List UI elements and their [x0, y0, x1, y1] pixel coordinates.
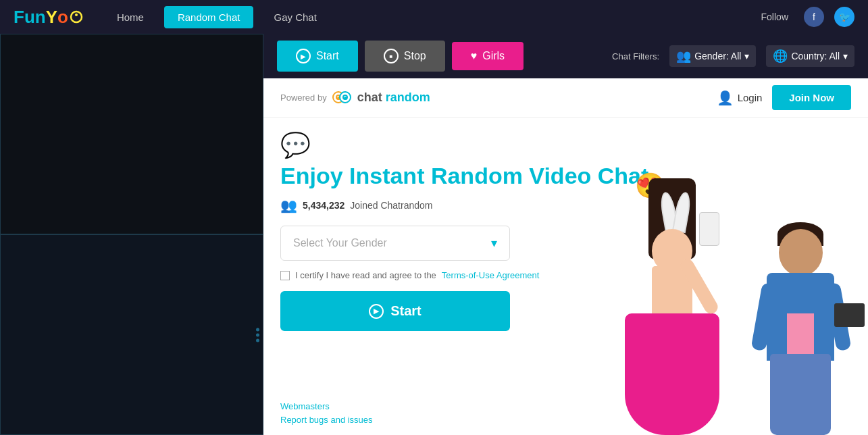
- random-part: random: [386, 91, 430, 105]
- video-top: [0, 34, 263, 234]
- start-main-button[interactable]: ▶ Start: [280, 291, 510, 331]
- site-logo: FunYo: [14, 7, 83, 28]
- gender-filter[interactable]: 👥 Gender: All ▾: [669, 45, 756, 67]
- hero-content: 💬 Enjoy Instant Random Video Chat 👥 5,43…: [263, 118, 868, 435]
- facebook-icon: f: [813, 11, 815, 22]
- join-now-button[interactable]: Join Now: [772, 85, 851, 110]
- man-figure: [746, 178, 854, 435]
- video-dots: [256, 328, 259, 342]
- stop-label: Stop: [404, 50, 426, 62]
- chatrandom-bar: Powered by chatrandom 👤 Log: [263, 78, 868, 118]
- users-icon: 👥: [280, 197, 297, 213]
- nav-random-chat[interactable]: Random Chat: [164, 6, 254, 28]
- video-bottom: [0, 234, 263, 435]
- login-button[interactable]: 👤 Login: [717, 90, 763, 106]
- globe-icon: 🌐: [773, 49, 788, 63]
- logo-fun: Fun: [14, 7, 46, 28]
- gender-icon: 👥: [676, 49, 691, 63]
- start-main-play-icon: ▶: [369, 304, 384, 319]
- chatrandom-brand: chatrandom: [357, 91, 430, 105]
- webmasters-link[interactable]: Webmasters: [280, 401, 373, 411]
- user-circle-icon: 👤: [717, 90, 734, 106]
- girls-button[interactable]: ♥ Girls: [452, 42, 524, 70]
- country-chevron-icon: ▾: [843, 51, 848, 61]
- action-bar: ▶ Start ■ Stop ♥ Girls Chat Filters: 👥 G…: [263, 34, 868, 78]
- video-panel: [0, 34, 263, 435]
- video-dot-3: [256, 338, 259, 342]
- gender-select-placeholder: Select Your Gender: [293, 237, 387, 249]
- gender-dropdown-chevron-icon: ▾: [491, 236, 497, 251]
- start-main-label: Start: [390, 303, 422, 319]
- right-panel: ▶ Start ■ Stop ♥ Girls Chat Filters: 👥 G…: [263, 34, 868, 435]
- terms-link[interactable]: Terms-of-Use Agreement: [442, 270, 540, 280]
- twitter-button[interactable]: 🐦: [834, 7, 854, 27]
- gender-filter-label: Gender: All: [694, 51, 741, 61]
- svg-point-0: [71, 11, 82, 22]
- logo-icon: [70, 10, 83, 24]
- top-navigation: FunYo Home Random Chat Gay Chat Follow f…: [0, 0, 868, 34]
- user-count-number: 5,434,232: [303, 200, 344, 211]
- gender-select-dropdown[interactable]: Select Your Gender ▾: [280, 226, 510, 261]
- facebook-button[interactable]: f: [804, 7, 824, 27]
- terms-text: I certify I have read and agree to the: [295, 270, 436, 280]
- twitter-icon: 🐦: [839, 11, 850, 22]
- report-bugs-link[interactable]: Report bugs and issues: [280, 415, 373, 425]
- follow-label: Follow: [761, 11, 788, 22]
- logo-y: Y: [46, 7, 57, 28]
- logo-o: o: [57, 7, 68, 28]
- filters-label: Chat Filters:: [612, 51, 659, 61]
- powered-by-text: Powered by: [280, 93, 327, 103]
- girls-label: Girls: [482, 50, 505, 62]
- woman-figure: [611, 151, 733, 435]
- main-layout: ▶ Start ■ Stop ♥ Girls Chat Filters: 👥 G…: [0, 34, 868, 435]
- start-button[interactable]: ▶ Start: [277, 41, 358, 72]
- user-count-label: Joined Chatrandom: [350, 200, 432, 211]
- people-area: 😍 😊: [544, 118, 868, 435]
- heart-icon: ♥: [471, 50, 478, 62]
- login-label: Login: [738, 92, 763, 103]
- country-filter-label: Country: All: [791, 51, 840, 61]
- stop-icon: ■: [384, 49, 399, 63]
- terms-checkbox[interactable]: [280, 271, 290, 280]
- country-filter[interactable]: 🌐 Country: All ▾: [766, 45, 854, 67]
- chat-filters: Chat Filters: 👥 Gender: All ▾ 🌐 Country:…: [612, 45, 854, 67]
- start-play-icon: ▶: [296, 49, 311, 63]
- nav-gay-chat[interactable]: Gay Chat: [260, 6, 330, 28]
- chat-part: chat: [357, 91, 382, 105]
- chatrandom-logo-icon: [332, 91, 354, 105]
- video-dot-2: [256, 333, 259, 336]
- start-label: Start: [316, 50, 339, 62]
- nav-home[interactable]: Home: [103, 6, 157, 28]
- stop-button[interactable]: ■ Stop: [365, 41, 445, 72]
- gender-chevron-icon: ▾: [744, 51, 749, 61]
- footer-links: Webmasters Report bugs and issues: [280, 401, 373, 425]
- video-dot-1: [256, 328, 259, 331]
- svg-point-1: [75, 14, 78, 16]
